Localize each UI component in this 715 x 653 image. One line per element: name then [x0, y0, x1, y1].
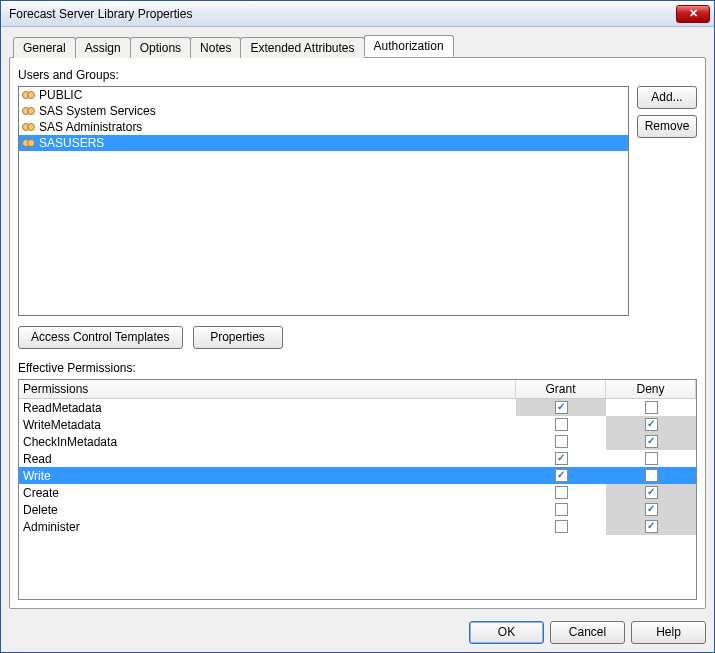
- deny-checkbox[interactable]: [645, 452, 658, 465]
- deny-checkbox[interactable]: [645, 435, 658, 448]
- permission-row[interactable]: CheckInMetadata: [19, 433, 696, 450]
- grant-cell[interactable]: [516, 484, 606, 501]
- grant-cell[interactable]: [516, 518, 606, 535]
- grant-checkbox[interactable]: [555, 401, 568, 414]
- titlebar: Forecast Server Library Properties ✕: [1, 1, 714, 27]
- tab-options[interactable]: Options: [130, 37, 191, 58]
- grant-checkbox[interactable]: [555, 503, 568, 516]
- permission-name: CheckInMetadata: [19, 435, 516, 449]
- group-icon: [21, 136, 37, 150]
- content-area: GeneralAssignOptionsNotesExtended Attrib…: [1, 27, 714, 613]
- list-item[interactable]: PUBLIC: [19, 87, 628, 103]
- permission-row[interactable]: Delete: [19, 501, 696, 518]
- deny-cell[interactable]: [606, 467, 696, 484]
- grant-cell[interactable]: [516, 416, 606, 433]
- grant-checkbox[interactable]: [555, 469, 568, 482]
- close-button[interactable]: ✕: [676, 5, 710, 23]
- permission-row[interactable]: Create: [19, 484, 696, 501]
- deny-cell[interactable]: [606, 450, 696, 467]
- deny-cell[interactable]: [606, 433, 696, 450]
- permission-row[interactable]: Administer: [19, 518, 696, 535]
- grant-cell[interactable]: [516, 399, 606, 416]
- group-icon: [21, 120, 37, 134]
- tab-authorization[interactable]: Authorization: [364, 35, 454, 57]
- permissions-body: ReadMetadataWriteMetadataCheckInMetadata…: [19, 399, 696, 535]
- deny-checkbox[interactable]: [645, 418, 658, 431]
- list-item[interactable]: SASUSERS: [19, 135, 628, 151]
- permission-name: Write: [19, 469, 516, 483]
- col-grant[interactable]: Grant: [516, 380, 606, 398]
- permission-name: Administer: [19, 520, 516, 534]
- permission-name: Delete: [19, 503, 516, 517]
- grant-checkbox[interactable]: [555, 486, 568, 499]
- permission-row[interactable]: ReadMetadata: [19, 399, 696, 416]
- list-item-label: PUBLIC: [39, 88, 82, 102]
- help-button[interactable]: Help: [631, 621, 706, 644]
- users-groups-label: Users and Groups:: [18, 68, 697, 82]
- group-icon: [21, 88, 37, 102]
- remove-button[interactable]: Remove: [637, 115, 697, 138]
- deny-checkbox[interactable]: [645, 520, 658, 533]
- add-button[interactable]: Add...: [637, 86, 697, 109]
- cancel-button[interactable]: Cancel: [550, 621, 625, 644]
- authorization-panel: Users and Groups: PUBLICSAS System Servi…: [9, 57, 706, 609]
- deny-cell[interactable]: [606, 416, 696, 433]
- permission-name: WriteMetadata: [19, 418, 516, 432]
- list-item-label: SAS Administrators: [39, 120, 142, 134]
- deny-cell[interactable]: [606, 501, 696, 518]
- permissions-header: Permissions Grant Deny: [19, 380, 696, 399]
- side-buttons: Add... Remove: [637, 86, 697, 316]
- window-title: Forecast Server Library Properties: [9, 7, 676, 21]
- permission-row[interactable]: Write: [19, 467, 696, 484]
- dialog-window: Forecast Server Library Properties ✕ Gen…: [0, 0, 715, 653]
- grant-cell[interactable]: [516, 433, 606, 450]
- tab-general[interactable]: General: [13, 37, 76, 58]
- deny-cell[interactable]: [606, 518, 696, 535]
- deny-cell[interactable]: [606, 399, 696, 416]
- deny-checkbox[interactable]: [645, 503, 658, 516]
- col-deny[interactable]: Deny: [606, 380, 696, 398]
- tab-extended-attributes[interactable]: Extended Attributes: [240, 37, 364, 58]
- grant-cell[interactable]: [516, 467, 606, 484]
- properties-button[interactable]: Properties: [193, 326, 283, 349]
- deny-cell[interactable]: [606, 484, 696, 501]
- grant-checkbox[interactable]: [555, 520, 568, 533]
- permission-name: Create: [19, 486, 516, 500]
- list-item-label: SAS System Services: [39, 104, 156, 118]
- effective-permissions-label: Effective Permissions:: [18, 361, 697, 375]
- permission-name: ReadMetadata: [19, 401, 516, 415]
- tab-assign[interactable]: Assign: [75, 37, 131, 58]
- list-item[interactable]: SAS Administrators: [19, 119, 628, 135]
- deny-checkbox[interactable]: [645, 486, 658, 499]
- group-icon: [21, 104, 37, 118]
- list-item-label: SASUSERS: [39, 136, 104, 150]
- deny-checkbox[interactable]: [645, 469, 658, 482]
- permission-row[interactable]: WriteMetadata: [19, 416, 696, 433]
- tab-notes[interactable]: Notes: [190, 37, 241, 58]
- permission-name: Read: [19, 452, 516, 466]
- permission-row[interactable]: Read: [19, 450, 696, 467]
- list-item[interactable]: SAS System Services: [19, 103, 628, 119]
- dialog-footer: OK Cancel Help: [1, 613, 714, 652]
- deny-checkbox[interactable]: [645, 401, 658, 414]
- grant-cell[interactable]: [516, 501, 606, 518]
- users-groups-list[interactable]: PUBLICSAS System ServicesSAS Administrat…: [18, 86, 629, 316]
- grant-checkbox[interactable]: [555, 452, 568, 465]
- grant-cell[interactable]: [516, 450, 606, 467]
- col-permissions[interactable]: Permissions: [19, 380, 516, 398]
- grant-checkbox[interactable]: [555, 418, 568, 431]
- ok-button[interactable]: OK: [469, 621, 544, 644]
- grant-checkbox[interactable]: [555, 435, 568, 448]
- permissions-table: Permissions Grant Deny ReadMetadataWrite…: [18, 379, 697, 600]
- access-control-templates-button[interactable]: Access Control Templates: [18, 326, 183, 349]
- tab-strip: GeneralAssignOptionsNotesExtended Attrib…: [13, 35, 706, 57]
- close-icon: ✕: [689, 7, 698, 20]
